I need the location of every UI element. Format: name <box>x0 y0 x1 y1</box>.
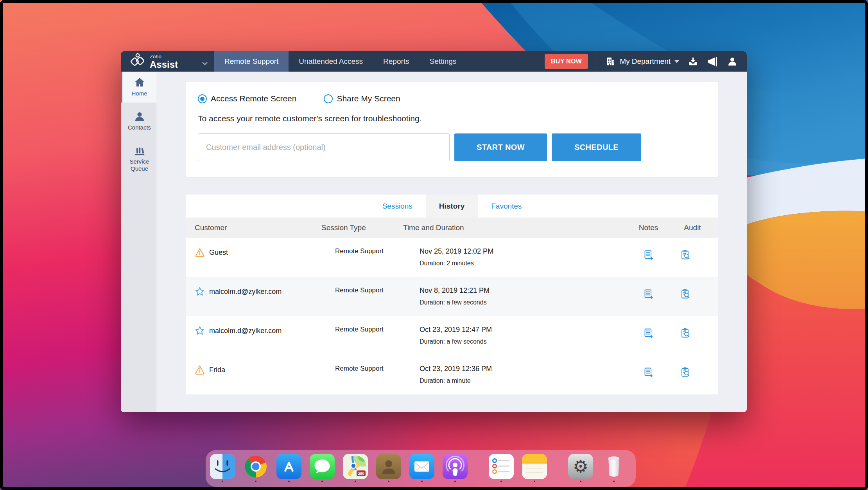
session-type: Remote Support <box>314 238 399 255</box>
dock-contacts[interactable] <box>376 454 401 482</box>
session-time: Oct 23, 2019 12:47 PM <box>420 326 630 334</box>
maps-route-badge: 280 <box>358 471 364 476</box>
history-table-row: malcolm.d@zylker.com Remote Support Nov … <box>186 277 718 316</box>
desktop: Zoho Assist Remote Support Unattended Ac… <box>0 0 868 490</box>
download-icon[interactable] <box>688 56 698 67</box>
time-and-duration: Oct 23, 2019 12:47 PM Duration: a few se… <box>399 316 630 345</box>
col-time-duration: Time and Duration <box>399 223 630 232</box>
tab-sessions[interactable]: Sessions <box>369 195 426 218</box>
running-indicator <box>255 481 256 482</box>
podcasts-icon <box>443 454 468 479</box>
app-brand[interactable]: Zoho Assist <box>121 51 214 72</box>
dock-reminders[interactable] <box>489 454 514 482</box>
tab-favorites[interactable]: Favorites <box>478 195 535 218</box>
session-action-row: START NOW SCHEDULE <box>198 133 718 161</box>
dock-mail[interactable] <box>409 454 434 482</box>
radio-unselected-icon[interactable] <box>324 94 333 103</box>
session-time: Nov 25, 2019 12:02 PM <box>420 247 630 256</box>
tab-history[interactable]: History <box>426 195 478 218</box>
running-indicator <box>421 481 423 482</box>
share-my-screen-option[interactable]: Share My Screen <box>324 94 400 103</box>
sidebar-item-service-queue[interactable]: Service Queue <box>121 140 156 178</box>
main-content: Access Remote Screen Share My Screen To … <box>156 72 747 412</box>
running-indicator <box>534 481 535 482</box>
brand-zoho-label: Zoho <box>150 54 178 59</box>
session-duration: Duration: a minute <box>420 377 630 384</box>
dock: 280 <box>206 450 636 487</box>
sidebar: Home Contacts <box>121 72 156 412</box>
schedule-button[interactable]: SCHEDULE <box>552 133 641 161</box>
notes-icon <box>522 454 547 479</box>
top-nav: Zoho Assist Remote Support Unattended Ac… <box>121 51 747 72</box>
dock-maps[interactable]: 280 <box>343 454 368 482</box>
app-store-icon <box>276 454 301 479</box>
audit-icon[interactable] <box>667 277 718 299</box>
primary-nav-tabs: Remote Support Unattended Access Reports… <box>214 51 466 72</box>
customer-name: malcolm.d@zylker.com <box>209 327 282 335</box>
warning-icon <box>195 365 205 375</box>
mail-icon <box>409 454 434 479</box>
col-audit: Audit <box>667 223 718 232</box>
sidebar-item-label: Service Queue <box>123 158 156 173</box>
warning-icon <box>195 247 205 258</box>
nav-tab-reports[interactable]: Reports <box>373 51 420 72</box>
dock-system-preferences[interactable]: ⚙ <box>568 454 593 482</box>
history-table-row: Frida Remote Support Oct 23, 2019 12:36 … <box>186 355 718 394</box>
reminders-icon <box>489 454 514 479</box>
finder-icon <box>210 454 235 479</box>
access-remote-screen-label: Access Remote Screen <box>211 94 296 103</box>
access-remote-screen-option[interactable]: Access Remote Screen <box>198 94 296 103</box>
dock-notes[interactable] <box>522 454 547 482</box>
session-type: Remote Support <box>314 316 399 333</box>
add-note-icon[interactable] <box>630 277 667 299</box>
radio-selected-icon[interactable] <box>198 94 207 103</box>
start-now-button[interactable]: START NOW <box>454 133 547 161</box>
session-type: Remote Support <box>314 355 399 373</box>
buy-now-button[interactable]: BUY NOW <box>545 54 588 69</box>
zoho-assist-logo-icon <box>129 53 146 70</box>
dock-app-store[interactable] <box>276 454 301 482</box>
audit-icon[interactable] <box>667 355 718 378</box>
nav-tab-unattended-access[interactable]: Unattended Access <box>289 51 373 72</box>
messages-icon <box>310 454 335 479</box>
dock-podcasts[interactable] <box>443 454 468 482</box>
dock-finder[interactable] <box>210 454 235 482</box>
session-mode-radios: Access Remote Screen Share My Screen <box>198 94 718 103</box>
add-note-icon[interactable] <box>630 355 667 378</box>
session-description: To access your remote customer's screen … <box>198 114 718 123</box>
nav-tab-settings[interactable]: Settings <box>420 51 467 72</box>
maps-icon: 280 <box>343 454 368 479</box>
sidebar-item-contacts[interactable]: Contacts <box>121 106 156 137</box>
add-note-icon[interactable] <box>630 238 667 260</box>
user-profile-icon[interactable] <box>727 56 737 67</box>
department-selector[interactable]: My Department <box>606 56 679 67</box>
customer-email-input[interactable] <box>198 133 450 161</box>
zoho-assist-window: Zoho Assist Remote Support Unattended Ac… <box>121 51 747 412</box>
running-indicator <box>321 481 323 482</box>
audit-icon[interactable] <box>667 316 718 339</box>
department-label: My Department <box>620 57 671 66</box>
dock-trash[interactable] <box>601 454 626 482</box>
audit-icon[interactable] <box>667 238 718 260</box>
system-preferences-icon: ⚙ <box>568 454 593 479</box>
session-time: Nov 8, 2019 12:21 PM <box>420 286 630 295</box>
sidebar-item-home[interactable]: Home <box>121 72 156 103</box>
customer-name: malcolm.d@zylker.com <box>209 288 282 296</box>
department-chevron-down-icon <box>674 60 679 63</box>
dock-messages[interactable] <box>310 454 335 482</box>
time-and-duration: Oct 23, 2019 12:36 PM Duration: a minute <box>399 355 630 384</box>
time-and-duration: Nov 25, 2019 12:02 PM Duration: 2 minute… <box>399 238 630 267</box>
history-table-row: malcolm.d@zylker.com Remote Support Oct … <box>186 316 718 355</box>
session-duration: Duration: a few seconds <box>420 338 630 345</box>
running-indicator <box>222 481 223 482</box>
brand-chevron-down-icon[interactable] <box>202 60 208 67</box>
dock-chrome[interactable] <box>243 454 268 482</box>
customer-name: Frida <box>209 366 225 374</box>
star-icon <box>195 286 205 297</box>
sidebar-item-label: Contacts <box>128 124 151 132</box>
announcements-megaphone-icon[interactable] <box>707 56 719 67</box>
nav-tab-remote-support[interactable]: Remote Support <box>214 51 289 72</box>
add-note-icon[interactable] <box>630 316 667 339</box>
running-indicator <box>500 481 502 482</box>
nav-divider <box>597 51 597 72</box>
